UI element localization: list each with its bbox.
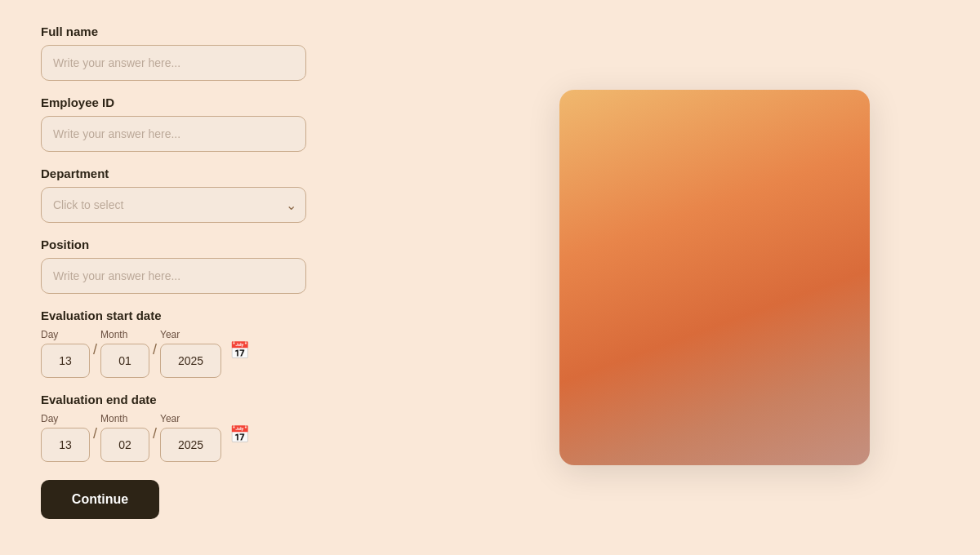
end-year-input[interactable] xyxy=(160,428,221,462)
employee-id-label: Employee ID xyxy=(41,95,408,109)
left-panel: Full name Employee ID Department Click t… xyxy=(0,0,449,555)
start-day-group: Day xyxy=(41,329,90,378)
employee-id-group: Employee ID xyxy=(41,95,408,152)
start-year-label: Year xyxy=(160,329,221,340)
start-sep2: / xyxy=(149,341,160,358)
start-year-group: Year xyxy=(160,329,221,378)
start-year-input[interactable] xyxy=(160,344,221,378)
fullname-group: Full name xyxy=(41,24,408,81)
end-day-group: Day xyxy=(41,413,90,462)
position-group: Position xyxy=(41,238,408,294)
department-select[interactable]: Click to select xyxy=(41,187,306,223)
end-year-group: Year xyxy=(160,413,221,462)
start-day-input[interactable] xyxy=(41,344,90,378)
fullname-label: Full name xyxy=(41,24,408,38)
position-label: Position xyxy=(41,238,408,251)
eval-end-section: Evaluation end date Day / Month / Year 📅 xyxy=(41,393,408,462)
end-calendar-icon[interactable]: 📅 xyxy=(229,424,250,444)
end-month-group: Month xyxy=(100,413,149,462)
eval-start-section: Evaluation start date Day / Month / Year… xyxy=(41,309,408,378)
start-sep1: / xyxy=(90,341,100,358)
department-group: Department Click to select ⌄ xyxy=(41,166,408,223)
end-month-label: Month xyxy=(100,413,149,424)
end-sep2: / xyxy=(149,425,160,442)
start-calendar-icon[interactable]: 📅 xyxy=(229,340,250,360)
department-select-wrapper: Click to select ⌄ xyxy=(41,187,306,223)
right-panel xyxy=(449,0,980,555)
eval-start-label: Evaluation start date xyxy=(41,309,408,322)
position-input[interactable] xyxy=(41,258,306,294)
end-year-label: Year xyxy=(160,413,221,424)
fullname-input[interactable] xyxy=(41,45,306,81)
continue-button[interactable]: Continue xyxy=(41,480,159,519)
start-month-input[interactable] xyxy=(100,344,149,378)
end-day-label: Day xyxy=(41,413,90,424)
start-month-label: Month xyxy=(100,329,149,340)
start-month-group: Month xyxy=(100,329,149,378)
end-sep1: / xyxy=(90,425,100,442)
gradient-card xyxy=(559,90,870,465)
eval-end-label: Evaluation end date xyxy=(41,393,408,406)
employee-id-input[interactable] xyxy=(41,116,306,152)
end-month-input[interactable] xyxy=(100,428,149,462)
end-day-input[interactable] xyxy=(41,428,90,462)
start-day-label: Day xyxy=(41,329,90,340)
department-label: Department xyxy=(41,166,408,180)
